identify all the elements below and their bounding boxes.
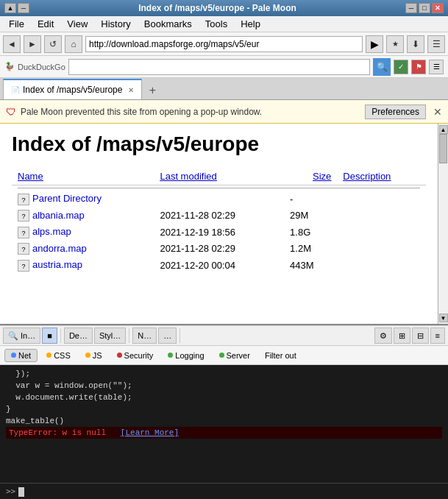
minimize-btn[interactable]: ▲ <box>4 3 16 13</box>
js-tab-label: JS <box>93 351 102 360</box>
popup-close-btn[interactable]: ✕ <box>433 106 442 118</box>
maximize-window-btn[interactable]: □ <box>419 3 430 13</box>
table-row: ?austria.map 2021-12-20 00:04 443M <box>12 257 426 274</box>
go-btn[interactable]: ▶ <box>366 35 383 53</box>
dt-network-btn[interactable]: N… <box>132 328 157 344</box>
learn-more-link[interactable]: [Learn More] <box>121 428 179 437</box>
cell-size: 1.8G <box>284 224 337 241</box>
console-input-bar: >> <box>0 483 448 499</box>
tab-favicon: 📄 <box>11 86 20 94</box>
col-description[interactable]: Description <box>337 168 426 185</box>
dt-close-btn[interactable]: ≡ <box>430 328 445 344</box>
home-btn[interactable]: ⌂ <box>65 35 82 53</box>
dt-debugger-btn[interactable]: De… <box>64 328 93 344</box>
browser-window: ▲ ─ Index of /maps/v5/europe - Pale Moon… <box>0 0 448 499</box>
cursor-block <box>18 487 24 497</box>
restore-btn[interactable]: ─ <box>18 3 29 13</box>
col-modified[interactable]: Last modified <box>154 168 284 185</box>
cell-modified: 2021-12-19 18:56 <box>154 224 284 241</box>
search-opt-1[interactable]: ✓ <box>394 60 408 74</box>
minimize-window-btn[interactable]: ─ <box>405 3 417 13</box>
menu-file[interactable]: File <box>3 17 30 31</box>
console-line: var w = window.open(""); <box>6 380 442 392</box>
dt-settings-btn[interactable]: ⚙ <box>374 328 392 344</box>
dt-responsive-btn[interactable]: ⊞ <box>394 328 410 344</box>
dt-inspector-btn[interactable]: 🔍 In… <box>3 328 40 344</box>
net-tab-filterout[interactable]: Filter out <box>259 350 302 361</box>
menu-help[interactable]: Help <box>235 17 266 31</box>
cell-desc <box>337 191 426 208</box>
col-size[interactable]: Size <box>284 168 337 185</box>
close-window-btn[interactable]: ✕ <box>432 3 444 13</box>
file-table: Name Last modified Size Description ?Par… <box>12 168 426 274</box>
downloads-btn[interactable]: ⬇ <box>407 35 424 53</box>
bookmark-btn[interactable]: ★ <box>386 35 404 53</box>
dt-style-btn[interactable]: Styl… <box>94 328 126 344</box>
address-input[interactable] <box>85 36 363 52</box>
dt-more-btn[interactable]: … <box>158 328 177 344</box>
scroll-down-btn[interactable]: ▼ <box>439 314 448 322</box>
search-logo: 🦆 <box>4 62 15 71</box>
search-opt-2[interactable]: ⚑ <box>411 60 426 74</box>
scroll-thumb[interactable] <box>439 134 447 163</box>
menu-history[interactable]: History <box>95 17 136 31</box>
cell-size: 443M <box>284 257 337 274</box>
console-line: make_table() <box>6 415 442 427</box>
address-bar: ◄ ► ↺ ⌂ ▶ ★ ⬇ ☰ <box>0 32 448 56</box>
cell-desc <box>337 224 426 241</box>
parent-dir-link[interactable]: Parent Directory <box>32 193 102 204</box>
menu-view[interactable]: View <box>61 17 93 31</box>
search-bar: 🦆 DuckDuckGo 🔍 ✓ ⚑ ☰ <box>0 56 448 78</box>
search-button[interactable]: 🔍 <box>373 58 391 76</box>
dt-sep-1 <box>60 328 61 343</box>
logging-tab-label: Logging <box>175 351 204 360</box>
menu-tools[interactable]: Tools <box>199 17 233 31</box>
window-title: Index of /maps/v5/europe - Pale Moon <box>29 3 405 13</box>
dt-console-btn[interactable]: ■ <box>42 328 57 344</box>
cell-modified: 2021-12-20 00:04 <box>154 257 284 274</box>
tab-close-btn[interactable]: ✕ <box>128 86 134 94</box>
net-tab-css[interactable]: CSS <box>40 350 77 361</box>
new-tab-btn[interactable]: + <box>143 82 161 99</box>
preferences-button[interactable]: Preferences <box>365 105 426 119</box>
scrollbar[interactable]: ▲ ▼ <box>438 124 448 324</box>
file-icon: ? <box>18 210 29 222</box>
scroll-up-btn[interactable]: ▲ <box>439 125 448 134</box>
tab-index[interactable]: 📄 Index of /maps/v5/europe ✕ <box>3 79 142 99</box>
menu-edit[interactable]: Edit <box>32 17 60 31</box>
back-btn[interactable]: ◄ <box>3 35 21 53</box>
filterout-tab-label: Filter out <box>265 351 296 360</box>
title-bar: ▲ ─ Index of /maps/v5/europe - Pale Moon… <box>0 0 448 16</box>
reload-btn[interactable]: ↺ <box>44 35 62 53</box>
menu-bookmarks[interactable]: Bookmarks <box>138 17 198 31</box>
alps-link[interactable]: alps.map <box>32 226 71 237</box>
col-name[interactable]: Name <box>12 168 154 185</box>
menu-btn[interactable]: ☰ <box>427 35 445 53</box>
search-input[interactable] <box>68 59 370 75</box>
page-title: Index of /maps/v5/europe <box>12 132 426 156</box>
cell-desc <box>337 241 426 258</box>
dt-dock-btn[interactable]: ⊟ <box>412 328 429 344</box>
net-tab-logging[interactable]: Logging <box>162 350 210 361</box>
file-icon: ? <box>18 260 29 272</box>
server-tab-label: Server <box>227 351 250 360</box>
net-tab-js[interactable]: JS <box>79 350 108 361</box>
cell-modified <box>154 191 284 208</box>
js-dot <box>85 353 90 358</box>
cell-size: 29M <box>284 208 337 224</box>
albania-link[interactable]: albania.map <box>32 210 85 221</box>
cell-desc <box>337 257 426 274</box>
net-tab-server[interactable]: Server <box>213 350 256 361</box>
css-tab-label: CSS <box>54 351 71 360</box>
austria-link[interactable]: austria.map <box>32 259 82 270</box>
net-tab-security[interactable]: Security <box>111 350 160 361</box>
console-error-line: TypeError: w is null [Learn More] <box>6 427 442 439</box>
net-tab-net[interactable]: Net <box>4 349 38 362</box>
error-text: TypeError: w is null <box>9 428 106 437</box>
andorra-link[interactable]: andorra.map <box>32 243 87 254</box>
forward-btn[interactable]: ► <box>24 35 41 53</box>
css-dot <box>46 353 51 358</box>
cell-modified: 2021-11-28 02:29 <box>154 208 284 224</box>
console-prompt-icon: >> <box>6 486 15 496</box>
search-opt-3[interactable]: ☰ <box>429 60 444 74</box>
